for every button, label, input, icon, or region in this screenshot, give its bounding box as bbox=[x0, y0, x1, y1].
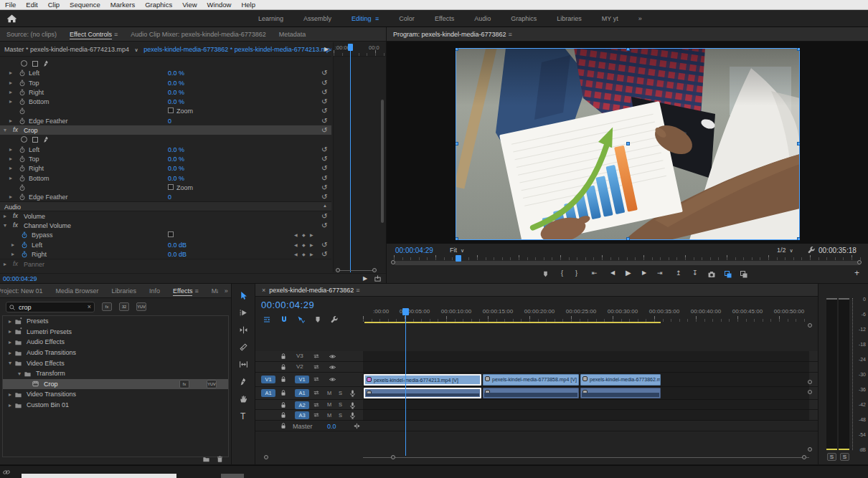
collapse-icon[interactable]: ▾ bbox=[9, 360, 11, 366]
ellipse-mask-icon[interactable] bbox=[21, 60, 27, 67]
param-value[interactable]: 0 bbox=[168, 118, 171, 125]
comparison-view-icon[interactable] bbox=[724, 270, 732, 279]
program-timecode[interactable]: 00:00:04:29 bbox=[395, 247, 433, 254]
expand-icon[interactable]: ▸ bbox=[11, 242, 14, 248]
solo-button[interactable]: S bbox=[339, 412, 342, 419]
tab-audio-clip-mixer[interactable]: Audio Clip Mixer: pexels-kindel-media-67… bbox=[124, 31, 273, 38]
effect-controls-timecode[interactable]: 00:00:04:29 bbox=[3, 275, 37, 282]
transform-handle[interactable] bbox=[456, 142, 458, 145]
tree-item-crop[interactable]: Crop fx YUV bbox=[3, 379, 228, 390]
transform-handle[interactable] bbox=[626, 48, 630, 51]
tab-media-browser[interactable]: Media Browser bbox=[49, 287, 105, 295]
timeline-timecode[interactable]: 00:00:04:29 bbox=[261, 300, 314, 310]
reset-icon[interactable]: ↺ bbox=[321, 154, 327, 163]
transform-handle[interactable] bbox=[797, 48, 800, 51]
vscroll-handle[interactable] bbox=[808, 447, 812, 451]
ellipse-mask-icon[interactable] bbox=[21, 136, 27, 143]
track-target-a1[interactable]: A1 bbox=[295, 389, 309, 397]
mic-icon[interactable] bbox=[349, 401, 357, 409]
effect-header-panner[interactable]: ▸ fx Panner bbox=[0, 259, 331, 268]
delete-icon[interactable] bbox=[216, 455, 224, 463]
sync-lock-icon[interactable] bbox=[313, 389, 320, 396]
track-lane-v3[interactable] bbox=[363, 351, 809, 362]
expand-icon[interactable]: ▸ bbox=[9, 98, 12, 105]
master-level-value[interactable]: 0.0 bbox=[327, 423, 336, 430]
zoom-checkbox[interactable] bbox=[168, 107, 174, 113]
workspace-color[interactable]: Color bbox=[389, 15, 425, 22]
vscroll-handle[interactable] bbox=[808, 323, 812, 328]
go-to-in-icon[interactable]: ⇤ bbox=[592, 269, 598, 277]
vscroll-handle[interactable] bbox=[808, 390, 812, 394]
expand-icon[interactable]: ▸ bbox=[9, 350, 11, 356]
transform-handle[interactable] bbox=[456, 237, 458, 240]
track-lane-a2[interactable] bbox=[363, 400, 809, 410]
rect-mask-icon[interactable] bbox=[32, 61, 38, 67]
expand-icon[interactable]: ▸ bbox=[9, 118, 12, 124]
stopwatch-icon[interactable] bbox=[21, 242, 28, 249]
yuv-filter-icon[interactable]: YUV bbox=[136, 302, 146, 311]
prev-keyframe-icon[interactable]: ◀ bbox=[294, 232, 298, 237]
audio-clip-1[interactable] bbox=[364, 388, 481, 398]
stopwatch-icon[interactable] bbox=[19, 98, 26, 105]
mini-zoom-handle-right[interactable] bbox=[372, 268, 377, 272]
workspace-assembly[interactable]: Assembly bbox=[293, 15, 341, 22]
param-value[interactable]: 0.0 % bbox=[168, 146, 184, 153]
menu-sequence[interactable]: Sequence bbox=[65, 0, 105, 10]
selection-tool-icon[interactable] bbox=[239, 291, 248, 300]
hscroll-handle-right[interactable] bbox=[802, 455, 806, 459]
stopwatch-icon[interactable] bbox=[19, 156, 26, 163]
rect-mask-icon[interactable] bbox=[32, 137, 38, 143]
stopwatch-icon[interactable] bbox=[19, 193, 26, 201]
track-lane-a3[interactable] bbox=[363, 410, 809, 421]
tab-libraries[interactable]: Libraries bbox=[105, 287, 143, 295]
expand-icon[interactable]: ▸ bbox=[9, 89, 12, 95]
reset-icon[interactable]: ↺ bbox=[321, 163, 327, 173]
reset-icon[interactable]: ↺ bbox=[321, 211, 327, 221]
tree-item-lumetri-presets[interactable]: ▸ Lumetri Presets bbox=[3, 327, 228, 338]
stopwatch-icon[interactable] bbox=[19, 146, 26, 153]
tab-sequence[interactable]: ×pexels-kindel-media-6773862≡ bbox=[255, 287, 367, 294]
eye-icon[interactable] bbox=[329, 376, 336, 383]
mark-out-icon[interactable]: } bbox=[575, 269, 577, 277]
playback-resolution-select[interactable]: 1/2 ∨ bbox=[777, 247, 793, 254]
reset-icon[interactable]: ↺ bbox=[321, 183, 327, 192]
transform-handle[interactable] bbox=[797, 142, 800, 145]
tab-program[interactable]: Program: pexels-kindel-media-6773862≡ bbox=[387, 31, 519, 38]
param-value[interactable]: 0 bbox=[168, 193, 171, 201]
stopwatch-icon[interactable] bbox=[19, 118, 26, 125]
accelerated-effects-filter-icon[interactable]: fx bbox=[102, 302, 112, 311]
menu-markers[interactable]: Markers bbox=[105, 0, 140, 10]
sync-lock-icon[interactable] bbox=[313, 363, 320, 371]
search-clear-icon[interactable]: × bbox=[88, 303, 91, 310]
workspace-my-yt[interactable]: MY yt bbox=[592, 15, 628, 22]
expand-icon[interactable]: ▸ bbox=[4, 261, 6, 267]
extract-icon[interactable]: ↧ bbox=[692, 269, 698, 277]
lock-icon[interactable] bbox=[280, 376, 287, 383]
lock-icon[interactable] bbox=[280, 401, 287, 408]
expand-icon[interactable]: ▸ bbox=[9, 318, 11, 325]
timeline-settings-icon[interactable] bbox=[330, 315, 339, 324]
reset-icon[interactable]: ↺ bbox=[321, 106, 327, 115]
expand-icon[interactable]: ▸ bbox=[9, 70, 12, 76]
workspace-effects[interactable]: Effects bbox=[425, 15, 464, 22]
param-value[interactable]: 0.0 % bbox=[168, 165, 184, 172]
reset-icon[interactable]: ↺ bbox=[321, 192, 327, 201]
play-icon[interactable]: ▶ bbox=[626, 269, 631, 277]
reset-icon[interactable]: ↺ bbox=[321, 97, 327, 106]
prev-keyframe-icon[interactable]: ◀ bbox=[294, 242, 298, 247]
reset-icon[interactable]: ↺ bbox=[321, 240, 327, 249]
tab-effects[interactable]: Effects≡ bbox=[166, 287, 205, 295]
next-keyframe-icon[interactable]: ▶ bbox=[310, 242, 313, 247]
tree-item-presets[interactable]: ▸ Presets bbox=[3, 316, 228, 327]
workspace-learning[interactable]: Learning bbox=[248, 15, 293, 22]
effect-header-crop[interactable]: ▾ fx Crop ↺ bbox=[0, 125, 331, 135]
add-keyframe-icon[interactable]: ◆ bbox=[302, 242, 306, 247]
prev-keyframe-icon[interactable]: ◀ bbox=[294, 252, 298, 257]
audio-clip-2[interactable] bbox=[483, 388, 579, 398]
add-marker-icon[interactable] bbox=[313, 315, 322, 324]
tree-item-video-effects[interactable]: ▾ Video Effects bbox=[3, 358, 228, 368]
settings-wrench-icon[interactable] bbox=[807, 246, 816, 254]
track-target-v1[interactable]: V1 bbox=[295, 376, 309, 383]
transform-handle[interactable] bbox=[456, 48, 458, 51]
expand-icon[interactable]: ▸ bbox=[11, 251, 14, 257]
